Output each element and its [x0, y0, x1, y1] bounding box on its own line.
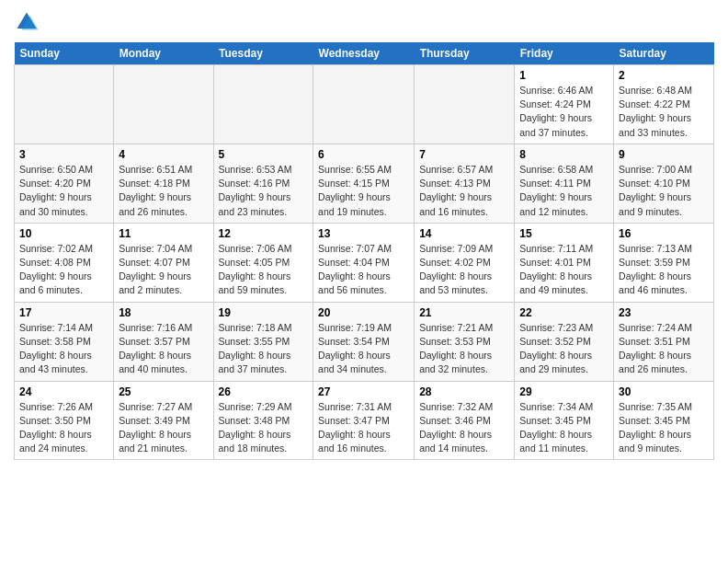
calendar-cell: 3Sunrise: 6:50 AM Sunset: 4:20 PM Daylig… — [15, 144, 114, 223]
day-number: 5 — [219, 148, 309, 161]
day-info: Sunrise: 7:32 AM Sunset: 3:46 PM Dayligh… — [419, 400, 509, 456]
day-number: 24 — [19, 385, 108, 398]
col-header-monday: Monday — [114, 42, 213, 65]
day-info: Sunrise: 7:00 AM Sunset: 4:10 PM Dayligh… — [619, 163, 709, 219]
calendar-cell: 16Sunrise: 7:13 AM Sunset: 3:59 PM Dayli… — [614, 223, 714, 302]
calendar-week-5: 24Sunrise: 7:26 AM Sunset: 3:50 PM Dayli… — [15, 381, 714, 460]
day-number: 13 — [318, 227, 409, 240]
calendar-header-row: SundayMondayTuesdayWednesdayThursdayFrid… — [15, 42, 714, 65]
day-info: Sunrise: 7:35 AM Sunset: 3:45 PM Dayligh… — [619, 400, 709, 456]
day-info: Sunrise: 7:07 AM Sunset: 4:04 PM Dayligh… — [318, 242, 409, 298]
day-number: 15 — [519, 227, 609, 240]
calendar-week-4: 17Sunrise: 7:14 AM Sunset: 3:58 PM Dayli… — [15, 302, 714, 381]
calendar-week-1: 1Sunrise: 6:46 AM Sunset: 4:24 PM Daylig… — [15, 65, 714, 144]
day-info: Sunrise: 6:53 AM Sunset: 4:16 PM Dayligh… — [219, 163, 309, 219]
day-info: Sunrise: 6:58 AM Sunset: 4:11 PM Dayligh… — [519, 163, 609, 219]
day-info: Sunrise: 7:13 AM Sunset: 3:59 PM Dayligh… — [619, 242, 709, 298]
day-number: 25 — [119, 385, 208, 398]
calendar-cell: 28Sunrise: 7:32 AM Sunset: 3:46 PM Dayli… — [415, 381, 515, 460]
page-header — [14, 9, 714, 35]
day-number: 7 — [419, 148, 509, 161]
day-info: Sunrise: 7:21 AM Sunset: 3:53 PM Dayligh… — [419, 321, 509, 377]
day-info: Sunrise: 7:27 AM Sunset: 3:49 PM Dayligh… — [119, 400, 208, 456]
day-info: Sunrise: 7:31 AM Sunset: 3:47 PM Dayligh… — [318, 400, 409, 456]
day-info: Sunrise: 6:48 AM Sunset: 4:22 PM Dayligh… — [619, 84, 709, 140]
col-header-saturday: Saturday — [614, 42, 714, 65]
col-header-friday: Friday — [515, 42, 614, 65]
day-number: 10 — [19, 227, 108, 240]
calendar-cell: 12Sunrise: 7:06 AM Sunset: 4:05 PM Dayli… — [213, 223, 313, 302]
day-number: 30 — [619, 385, 709, 398]
day-info: Sunrise: 7:26 AM Sunset: 3:50 PM Dayligh… — [19, 400, 108, 456]
calendar-cell: 29Sunrise: 7:34 AM Sunset: 3:45 PM Dayli… — [515, 381, 614, 460]
day-number: 28 — [419, 385, 509, 398]
day-info: Sunrise: 7:04 AM Sunset: 4:07 PM Dayligh… — [119, 242, 208, 298]
day-number: 27 — [318, 385, 409, 398]
day-number: 14 — [419, 227, 509, 240]
col-header-thursday: Thursday — [415, 42, 515, 65]
day-info: Sunrise: 7:02 AM Sunset: 4:08 PM Dayligh… — [19, 242, 108, 298]
calendar-cell: 25Sunrise: 7:27 AM Sunset: 3:49 PM Dayli… — [114, 381, 213, 460]
calendar-cell — [213, 65, 313, 144]
day-number: 11 — [119, 227, 208, 240]
calendar-cell: 21Sunrise: 7:21 AM Sunset: 3:53 PM Dayli… — [415, 302, 515, 381]
day-number: 3 — [19, 148, 108, 161]
calendar-cell: 19Sunrise: 7:18 AM Sunset: 3:55 PM Dayli… — [213, 302, 313, 381]
calendar-cell — [114, 65, 213, 144]
calendar-table: SundayMondayTuesdayWednesdayThursdayFrid… — [14, 42, 714, 460]
day-number: 9 — [619, 148, 709, 161]
calendar-cell — [415, 65, 515, 144]
col-header-sunday: Sunday — [15, 42, 114, 65]
day-info: Sunrise: 7:23 AM Sunset: 3:52 PM Dayligh… — [519, 321, 609, 377]
calendar-cell: 6Sunrise: 6:55 AM Sunset: 4:15 PM Daylig… — [313, 144, 415, 223]
calendar-cell: 18Sunrise: 7:16 AM Sunset: 3:57 PM Dayli… — [114, 302, 213, 381]
calendar-cell: 26Sunrise: 7:29 AM Sunset: 3:48 PM Dayli… — [213, 381, 313, 460]
day-info: Sunrise: 7:09 AM Sunset: 4:02 PM Dayligh… — [419, 242, 509, 298]
day-number: 19 — [219, 306, 309, 319]
calendar-week-2: 3Sunrise: 6:50 AM Sunset: 4:20 PM Daylig… — [15, 144, 714, 223]
day-info: Sunrise: 7:06 AM Sunset: 4:05 PM Dayligh… — [219, 242, 309, 298]
calendar-cell: 17Sunrise: 7:14 AM Sunset: 3:58 PM Dayli… — [15, 302, 114, 381]
day-number: 29 — [519, 385, 609, 398]
calendar-cell: 1Sunrise: 6:46 AM Sunset: 4:24 PM Daylig… — [515, 65, 614, 144]
calendar-cell: 23Sunrise: 7:24 AM Sunset: 3:51 PM Dayli… — [614, 302, 714, 381]
logo — [14, 9, 43, 35]
day-info: Sunrise: 7:11 AM Sunset: 4:01 PM Dayligh… — [519, 242, 609, 298]
day-info: Sunrise: 6:51 AM Sunset: 4:18 PM Dayligh… — [119, 163, 208, 219]
calendar-cell: 20Sunrise: 7:19 AM Sunset: 3:54 PM Dayli… — [313, 302, 415, 381]
day-number: 6 — [318, 148, 409, 161]
day-info: Sunrise: 6:55 AM Sunset: 4:15 PM Dayligh… — [318, 163, 409, 219]
day-info: Sunrise: 6:50 AM Sunset: 4:20 PM Dayligh… — [19, 163, 108, 219]
day-info: Sunrise: 6:46 AM Sunset: 4:24 PM Dayligh… — [519, 84, 609, 140]
calendar-cell: 8Sunrise: 6:58 AM Sunset: 4:11 PM Daylig… — [515, 144, 614, 223]
calendar-cell: 10Sunrise: 7:02 AM Sunset: 4:08 PM Dayli… — [15, 223, 114, 302]
logo-icon — [14, 9, 40, 35]
day-number: 20 — [318, 306, 409, 319]
day-number: 23 — [619, 306, 709, 319]
day-number: 8 — [519, 148, 609, 161]
day-info: Sunrise: 7:16 AM Sunset: 3:57 PM Dayligh… — [119, 321, 208, 377]
calendar-cell: 27Sunrise: 7:31 AM Sunset: 3:47 PM Dayli… — [313, 381, 415, 460]
col-header-tuesday: Tuesday — [213, 42, 313, 65]
day-number: 12 — [219, 227, 309, 240]
calendar-cell: 13Sunrise: 7:07 AM Sunset: 4:04 PM Dayli… — [313, 223, 415, 302]
day-number: 22 — [519, 306, 609, 319]
day-number: 4 — [119, 148, 208, 161]
calendar-cell: 11Sunrise: 7:04 AM Sunset: 4:07 PM Dayli… — [114, 223, 213, 302]
calendar-cell: 5Sunrise: 6:53 AM Sunset: 4:16 PM Daylig… — [213, 144, 313, 223]
day-number: 18 — [119, 306, 208, 319]
calendar-cell: 14Sunrise: 7:09 AM Sunset: 4:02 PM Dayli… — [415, 223, 515, 302]
day-info: Sunrise: 7:14 AM Sunset: 3:58 PM Dayligh… — [19, 321, 108, 377]
calendar-cell — [313, 65, 415, 144]
calendar-week-3: 10Sunrise: 7:02 AM Sunset: 4:08 PM Dayli… — [15, 223, 714, 302]
calendar-cell: 7Sunrise: 6:57 AM Sunset: 4:13 PM Daylig… — [415, 144, 515, 223]
calendar-cell: 30Sunrise: 7:35 AM Sunset: 3:45 PM Dayli… — [614, 381, 714, 460]
day-info: Sunrise: 7:18 AM Sunset: 3:55 PM Dayligh… — [219, 321, 309, 377]
calendar-cell: 2Sunrise: 6:48 AM Sunset: 4:22 PM Daylig… — [614, 65, 714, 144]
calendar-cell: 24Sunrise: 7:26 AM Sunset: 3:50 PM Dayli… — [15, 381, 114, 460]
day-info: Sunrise: 6:57 AM Sunset: 4:13 PM Dayligh… — [419, 163, 509, 219]
col-header-wednesday: Wednesday — [313, 42, 415, 65]
calendar-cell: 9Sunrise: 7:00 AM Sunset: 4:10 PM Daylig… — [614, 144, 714, 223]
calendar-cell: 15Sunrise: 7:11 AM Sunset: 4:01 PM Dayli… — [515, 223, 614, 302]
day-info: Sunrise: 7:34 AM Sunset: 3:45 PM Dayligh… — [519, 400, 609, 456]
